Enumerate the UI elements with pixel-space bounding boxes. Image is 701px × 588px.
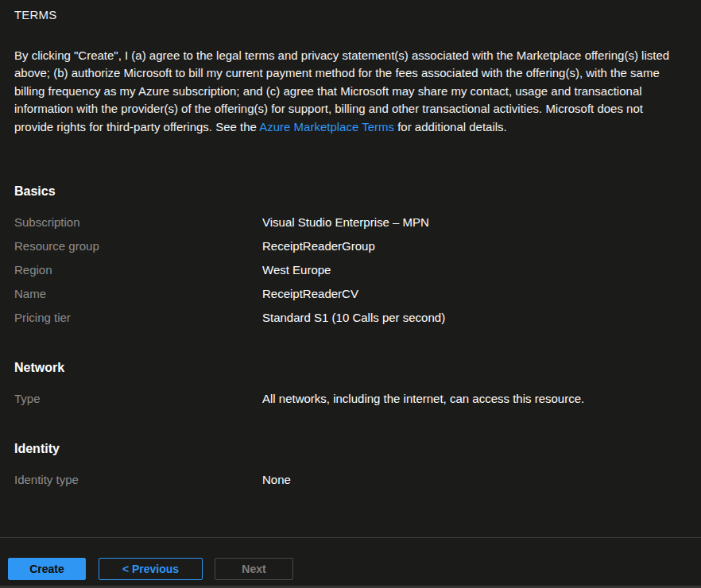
row-label: Resource group	[14, 239, 262, 253]
section-basics: Basics Subscription Visual Studio Enterp…	[14, 184, 677, 325]
identity-rows: Identity type None	[14, 473, 677, 487]
terms-section-title: TERMS	[14, 8, 677, 22]
row-label: Name	[14, 287, 262, 301]
terms-legal-paragraph: By clicking "Create", I (a) agree to the…	[14, 47, 677, 136]
row-label: Type	[14, 392, 262, 406]
azure-marketplace-terms-link[interactable]: Azure Marketplace Terms	[259, 120, 394, 133]
row-value: ReceiptReaderCV	[262, 287, 358, 301]
next-button: Next	[215, 558, 293, 580]
row-label: Identity type	[14, 473, 262, 487]
row-network-type: Type All networks, including the interne…	[14, 392, 677, 406]
row-label: Pricing tier	[14, 311, 262, 325]
basics-rows: Subscription Visual Studio Enterprise – …	[14, 215, 677, 325]
row-value: Standard S1 (10 Calls per second)	[262, 311, 445, 325]
row-label: Subscription	[14, 215, 262, 230]
terms-text-after: for additional details.	[394, 120, 507, 133]
section-heading-network: Network	[14, 361, 677, 375]
row-value: West Europe	[262, 263, 331, 277]
create-button[interactable]: Create	[8, 558, 86, 580]
row-value: ReceiptReaderGroup	[262, 239, 375, 253]
row-subscription: Subscription Visual Studio Enterprise – …	[14, 215, 677, 230]
create-review-pane: TERMS By clicking "Create", I (a) agree …	[0, 0, 701, 588]
network-rows: Type All networks, including the interne…	[14, 392, 677, 406]
wizard-footer: Create < Previous Next	[0, 537, 701, 586]
row-region: Region West Europe	[14, 263, 677, 277]
section-heading-basics: Basics	[14, 184, 677, 199]
row-value: All networks, including the internet, ca…	[262, 392, 584, 406]
row-name: Name ReceiptReaderCV	[14, 287, 677, 301]
row-resource-group: Resource group ReceiptReaderGroup	[14, 239, 677, 253]
row-value: Visual Studio Enterprise – MPN	[262, 215, 429, 230]
terms-review-content: TERMS By clicking "Create", I (a) agree …	[0, 0, 701, 537]
row-identity-type: Identity type None	[14, 473, 677, 487]
section-identity: Identity Identity type None	[14, 442, 677, 487]
previous-button[interactable]: < Previous	[99, 558, 203, 580]
row-pricing-tier: Pricing tier Standard S1 (10 Calls per s…	[14, 311, 677, 325]
row-label: Region	[14, 263, 262, 277]
section-network: Network Type All networks, including the…	[14, 361, 677, 406]
section-heading-identity: Identity	[14, 442, 677, 456]
row-value: None	[262, 473, 291, 487]
